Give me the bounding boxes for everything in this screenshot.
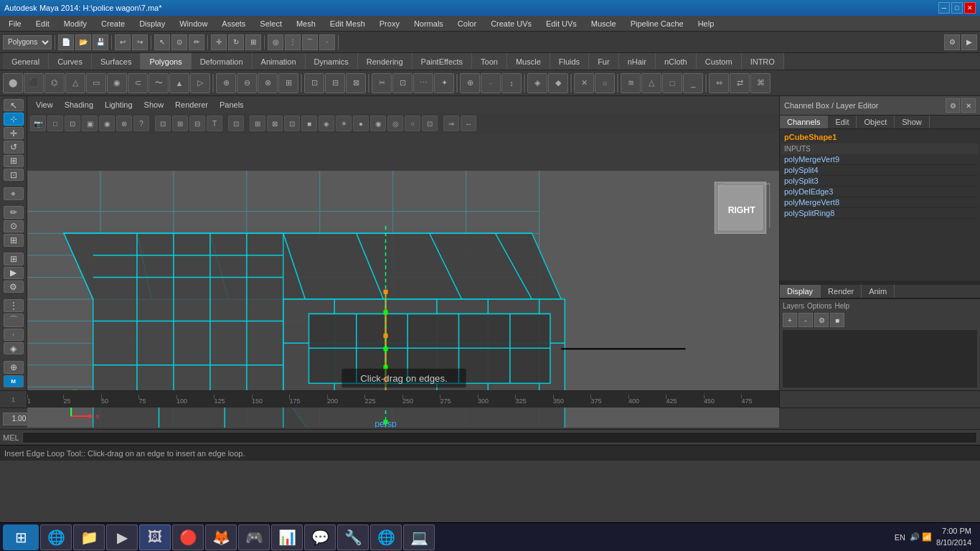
channel-box-settings-btn[interactable]: ⚙	[946, 98, 960, 113]
move-tool[interactable]: ✛	[211, 34, 227, 50]
transfer-btn[interactable]: ⇄	[730, 73, 750, 93]
vp-icon-10[interactable]: ⊟	[189, 116, 205, 131]
tab-render[interactable]: Render	[821, 285, 862, 298]
tab-painteffects[interactable]: PaintEffects	[413, 53, 473, 70]
tab-fluids[interactable]: Fluids	[550, 53, 589, 70]
menu-color[interactable]: Color	[452, 18, 482, 29]
channel-box-close-btn[interactable]: ✕	[961, 98, 976, 113]
extract-btn[interactable]: ⊗	[258, 73, 278, 93]
vp-icon-19[interactable]: ●	[353, 116, 369, 131]
snap-to-surface-btn[interactable]: ◈	[4, 342, 24, 354]
tab-ncloth[interactable]: nCloth	[656, 53, 697, 70]
timeline[interactable]: 1 12550751001251501752002252502753003253…	[0, 390, 980, 408]
channel-item-0[interactable]: polyMergeVert9	[781, 154, 979, 165]
maximize-button[interactable]: □	[951, 2, 963, 14]
scale-tool-btn[interactable]: ⊞	[4, 155, 24, 167]
timeline-marks-area[interactable]: 1255075100125150175200225250275300325350…	[27, 391, 779, 408]
combine-btn[interactable]: ⊕	[216, 73, 236, 93]
taskbar-paint[interactable]: 🖼	[139, 524, 171, 550]
chamfer-btn[interactable]: ◆	[548, 73, 568, 93]
taskbar-ie[interactable]: 🌐	[40, 524, 72, 550]
paint-tool[interactable]: ✏	[189, 34, 204, 50]
menu-proxy[interactable]: Proxy	[374, 18, 405, 29]
render-settings-btn[interactable]: ⚙	[944, 34, 960, 50]
bevel-btn[interactable]: ◈	[527, 73, 547, 93]
append-btn[interactable]: ⊠	[346, 73, 366, 93]
menu-edit-uvs[interactable]: Edit UVs	[540, 18, 583, 29]
show-manipulator-btn[interactable]: ⌖	[4, 187, 24, 199]
split-poly-btn[interactable]: ✂	[372, 73, 392, 93]
tab-curves[interactable]: Curves	[49, 53, 92, 70]
tab-rendering[interactable]: Rendering	[358, 53, 413, 70]
quadrangulate-btn[interactable]: □	[662, 73, 682, 93]
taskbar-app10[interactable]: 🌐	[370, 524, 402, 550]
vp-icon-13[interactable]: ⊞	[250, 116, 265, 131]
grid-btn[interactable]: ⊞	[4, 253, 24, 265]
menu-help[interactable]: Help	[692, 18, 720, 29]
fill-hole-btn[interactable]: ○	[595, 73, 615, 93]
tab-deformation[interactable]: Deformation	[192, 53, 253, 70]
vp-menu-renderer[interactable]: Renderer	[171, 99, 212, 110]
snap-point-btn[interactable]: ·	[319, 34, 335, 50]
taskbar-explorer[interactable]: 📁	[73, 524, 105, 550]
tab-polygons[interactable]: Polygons	[141, 53, 191, 70]
delete-layer-btn[interactable]: -	[798, 313, 813, 327]
menu-create[interactable]: Create	[95, 18, 131, 29]
tab-nhair[interactable]: nHair	[619, 53, 656, 70]
open-scene-btn[interactable]: 📂	[75, 34, 91, 50]
maya-logo-btn[interactable]: M	[4, 375, 24, 387]
paint-sel-btn[interactable]: ✏	[4, 206, 24, 218]
layer-btn-4[interactable]: ■	[830, 313, 844, 327]
menu-modify[interactable]: Modify	[58, 18, 93, 29]
vp-icon-17[interactable]: ◈	[319, 116, 334, 131]
tab-animation[interactable]: Animation	[253, 53, 306, 70]
taskbar-chrome[interactable]: 🔴	[172, 524, 204, 550]
menu-edit-mesh[interactable]: Edit Mesh	[324, 18, 371, 29]
tab-intro[interactable]: INTRO	[742, 53, 784, 70]
tab-object[interactable]: Object	[857, 116, 895, 128]
camera-btn[interactable]: 📷	[30, 116, 46, 131]
poly-helix-btn[interactable]: 〜	[149, 73, 169, 93]
vp-icon-3[interactable]: ⊡	[65, 116, 80, 131]
poly-cube-btn[interactable]: ⬛	[24, 73, 44, 93]
tab-dynamics[interactable]: Dynamics	[306, 53, 358, 70]
select-tool[interactable]: ↖	[154, 34, 170, 50]
poly-torus-btn[interactable]: ◉	[107, 73, 127, 93]
save-scene-btn[interactable]: 💾	[93, 34, 108, 50]
menu-file[interactable]: File	[3, 18, 27, 29]
new-scene-btn[interactable]: 📄	[58, 34, 74, 50]
channel-item-1[interactable]: polySplit4	[781, 165, 979, 176]
mel-input[interactable]	[22, 432, 977, 443]
taskbar-app7[interactable]: 📊	[271, 524, 303, 550]
menu-normals[interactable]: Normals	[408, 18, 449, 29]
transform-tool-btn[interactable]: ⊹	[4, 113, 24, 125]
vp-icon-9[interactable]: ⊞	[172, 116, 188, 131]
vp-menu-view[interactable]: View	[32, 99, 57, 110]
menu-edit[interactable]: Edit	[30, 18, 55, 29]
sculpt-btn[interactable]: ⌘	[750, 73, 771, 93]
tab-general[interactable]: General	[3, 53, 49, 70]
bridge-btn[interactable]: ⊟	[325, 73, 345, 93]
vp-menu-panels[interactable]: Panels	[215, 99, 248, 110]
layer-opts-btn[interactable]: ⚙	[814, 313, 829, 327]
triangulate-btn[interactable]: △	[641, 73, 661, 93]
tab-toon[interactable]: Toon	[472, 53, 507, 70]
redo-btn[interactable]: ↪	[132, 34, 148, 50]
smooth-btn[interactable]: ≋	[621, 73, 641, 93]
menu-display[interactable]: Display	[133, 18, 171, 29]
vp-menu-show[interactable]: Show	[140, 99, 169, 110]
channel-item-2[interactable]: polySplit3	[781, 176, 979, 187]
vp-icon-22[interactable]: ○	[405, 116, 420, 131]
viewport-canvas[interactable]: x y RIGHT persp Click	[27, 171, 779, 428]
tab-fur[interactable]: Fur	[589, 53, 619, 70]
snap-to-grid-btn[interactable]: ⋮	[4, 299, 24, 311]
snap-to-point-btn[interactable]: ·	[4, 329, 24, 341]
vp-icon-14[interactable]: ⊠	[267, 116, 283, 131]
tab-custom[interactable]: Custom	[697, 53, 742, 70]
poly-pyramid-btn[interactable]: ▲	[169, 73, 189, 93]
tab-edit[interactable]: Edit	[828, 116, 857, 128]
mode-select[interactable]: Polygons	[3, 35, 52, 50]
boolean-btn[interactable]: ⊞	[278, 73, 298, 93]
taskbar-firefox[interactable]: 🦊	[205, 524, 237, 550]
select-tool-btn[interactable]: ↖	[4, 99, 24, 111]
